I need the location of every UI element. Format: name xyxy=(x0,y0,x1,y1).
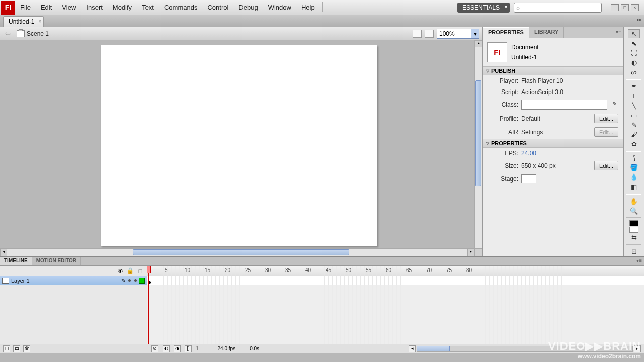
edit-size-button[interactable]: Edit... xyxy=(594,161,618,170)
fps-label: FPS: xyxy=(488,150,518,157)
rectangle-tool[interactable]: ▭ xyxy=(628,111,640,120)
edit-profile-button[interactable]: Edit... xyxy=(594,114,618,123)
lasso-tool[interactable]: ᔕ xyxy=(628,68,640,77)
menu-file[interactable]: File xyxy=(15,2,36,13)
swap-colors-icon[interactable]: ⇆ xyxy=(628,233,640,242)
stage-viewport[interactable]: ▴ xyxy=(0,40,482,248)
fps-value[interactable]: 24.00 xyxy=(521,150,536,157)
menu-window[interactable]: Window xyxy=(263,2,296,13)
scene-label[interactable]: Scene 1 xyxy=(27,30,49,37)
subselection-tool[interactable]: ⬉ xyxy=(628,39,640,48)
zoom-tool[interactable]: 🔍 xyxy=(628,206,640,215)
onion-skin-icon[interactable]: ◐ xyxy=(163,345,170,352)
playhead-handle[interactable] xyxy=(147,266,151,273)
3d-rotation-tool[interactable]: ◐ xyxy=(628,58,640,67)
playhead[interactable] xyxy=(148,266,149,344)
hscroll-track[interactable] xyxy=(7,249,467,256)
minimize-button[interactable]: _ xyxy=(611,4,619,11)
horizontal-scrollbar[interactable]: ◂ ▸ xyxy=(0,248,482,256)
onion-outlines-icon[interactable]: ◑ xyxy=(174,345,181,352)
lock-header-icon[interactable]: 🔒 xyxy=(127,267,134,274)
stroke-color-swatch[interactable] xyxy=(629,220,638,226)
doc-name-label: Untitled-1 xyxy=(511,54,539,61)
visibility-dot[interactable] xyxy=(128,279,131,282)
tab-motion-editor[interactable]: MOTION EDITOR xyxy=(32,257,81,265)
paint-bucket-tool[interactable]: 🪣 xyxy=(628,163,640,172)
new-folder-button[interactable]: 🗀 xyxy=(13,345,20,352)
panel-menu-icon[interactable]: ▾≡ xyxy=(616,29,621,35)
free-transform-tool[interactable]: ⛶ xyxy=(628,48,640,57)
outline-color-swatch[interactable] xyxy=(139,278,145,284)
tool-separator xyxy=(626,79,641,80)
edit-multiple-frames-icon[interactable]: [] xyxy=(185,345,192,352)
document-tab-strip: Untitled-1 × ▸▸ xyxy=(0,15,644,27)
menu-debug[interactable]: Debug xyxy=(233,2,263,13)
deco-tool[interactable]: ✿ xyxy=(628,139,640,148)
timeline-menu-icon[interactable]: ▾≡ xyxy=(636,258,642,263)
vertical-scrollbar[interactable]: ▴ xyxy=(474,40,482,248)
class-label: Class: xyxy=(488,101,518,108)
pencil-tool[interactable]: ✎ xyxy=(628,120,640,129)
tab-properties[interactable]: PROPERTIES xyxy=(483,27,529,38)
menu-help[interactable]: Help xyxy=(296,2,320,13)
pencil-icon[interactable]: ✎ xyxy=(610,101,618,109)
scroll-up-icon[interactable]: ▴ xyxy=(475,40,482,47)
edit-scene-icon[interactable] xyxy=(413,30,422,38)
eraser-tool[interactable]: ◧ xyxy=(628,183,640,192)
workspace-dropdown[interactable]: ESSENTIALS xyxy=(457,3,510,13)
edit-symbol-icon[interactable] xyxy=(425,30,434,38)
pen-tool[interactable]: ✒ xyxy=(628,82,640,91)
back-arrow-icon[interactable]: ⇦ xyxy=(3,30,13,37)
tool-separator xyxy=(626,244,641,245)
search-box[interactable]: ⌕ xyxy=(514,3,602,13)
fill-color-swatch[interactable] xyxy=(629,227,638,233)
section-publish[interactable]: ▽ PUBLISH xyxy=(483,66,623,75)
timeline-scroll-thumb[interactable] xyxy=(417,346,450,351)
stage-color-swatch[interactable] xyxy=(521,174,536,183)
menu-edit[interactable]: Edit xyxy=(36,2,57,13)
snap-to-objects-icon[interactable]: ⊡ xyxy=(628,247,640,256)
line-tool[interactable]: ╲ xyxy=(628,101,640,110)
new-layer-button[interactable]: ◫ xyxy=(3,345,10,352)
center-frame-icon[interactable]: ⊙ xyxy=(151,345,158,352)
zoom-value: 100% xyxy=(439,30,455,37)
scroll-left-icon[interactable]: ◂ xyxy=(409,345,416,352)
brush-tool[interactable]: 🖌 xyxy=(628,130,640,139)
menu-modify[interactable]: Modify xyxy=(108,2,137,13)
tab-timeline[interactable]: TIMELINE xyxy=(0,257,32,265)
section-properties[interactable]: ▽ PROPERTIES xyxy=(483,139,623,148)
zoom-dropdown[interactable]: 100% ▾ xyxy=(437,29,479,39)
close-tab-icon[interactable]: × xyxy=(39,19,42,24)
search-input[interactable] xyxy=(521,5,599,11)
scroll-right-icon[interactable]: ▸ xyxy=(467,249,474,256)
main-area: ⇦ Scene 1 100% ▾ ▴ ◂ ▸ xyxy=(0,27,644,256)
delete-layer-button[interactable]: 🗑 xyxy=(23,345,30,352)
vscroll-thumb[interactable] xyxy=(475,80,481,186)
visibility-header-icon[interactable]: 👁 xyxy=(117,268,124,274)
menu-commands[interactable]: Commands xyxy=(159,2,202,13)
lock-dot[interactable] xyxy=(134,279,137,282)
document-tab[interactable]: Untitled-1 × xyxy=(3,16,44,27)
menu-view[interactable]: View xyxy=(57,2,81,13)
menu-control[interactable]: Control xyxy=(202,2,233,13)
collapse-panels-icon[interactable]: ▸▸ xyxy=(637,17,642,22)
menu-insert[interactable]: Insert xyxy=(81,2,108,13)
hscroll-thumb[interactable] xyxy=(133,249,349,255)
outline-header-icon[interactable]: □ xyxy=(137,268,144,274)
bone-tool[interactable]: ⟆ xyxy=(628,154,640,163)
maximize-button[interactable]: □ xyxy=(621,4,629,11)
stage-canvas[interactable] xyxy=(101,45,377,246)
hand-tool[interactable]: ✋ xyxy=(628,197,640,206)
frames-area[interactable]: 15101520253035404550556065707580 xyxy=(147,266,644,344)
class-input[interactable] xyxy=(521,100,607,110)
layer-name[interactable]: Layer 1 xyxy=(11,278,121,284)
selection-tool[interactable]: ↖ xyxy=(628,29,640,38)
tab-library[interactable]: LIBRARY xyxy=(529,27,564,38)
layer-row[interactable]: Layer 1 ✎ xyxy=(0,276,147,285)
menu-text[interactable]: Text xyxy=(137,2,159,13)
eyedropper-tool[interactable]: 💧 xyxy=(628,173,640,182)
text-tool[interactable]: T xyxy=(628,92,640,101)
scroll-left-icon[interactable]: ◂ xyxy=(0,249,7,256)
script-label: Script: xyxy=(488,88,518,96)
close-button[interactable]: × xyxy=(631,4,639,11)
